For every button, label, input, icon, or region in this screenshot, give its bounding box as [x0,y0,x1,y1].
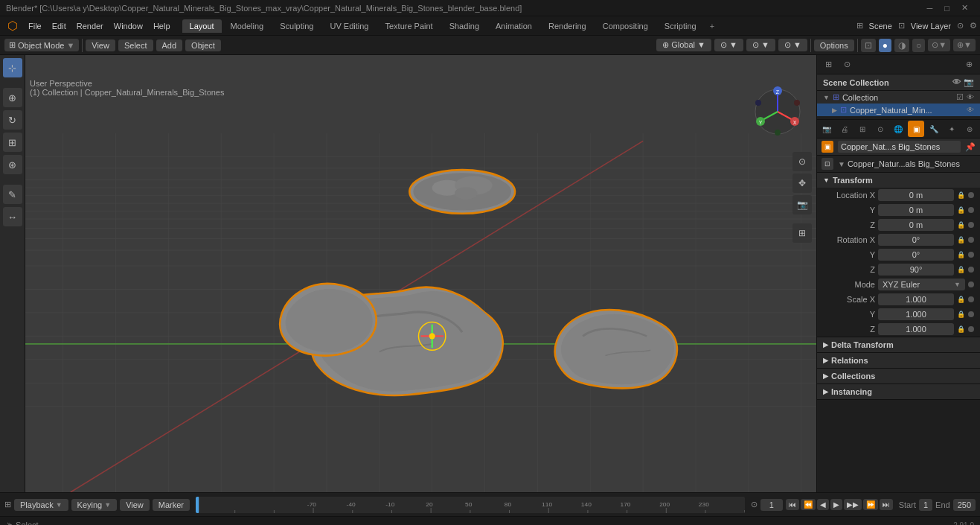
start-value[interactable]: 1 [919,499,932,511]
mode-selector[interactable]: ⊞ Object Mode ▼ [4,39,79,51]
window-minimize[interactable]: ─ [921,4,939,13]
tab-modeling[interactable]: Modeling [223,19,272,33]
scene-name[interactable]: Scene [869,22,892,31]
tab-scripting[interactable]: Scripting [657,19,704,33]
scale-z-dot[interactable] [968,326,974,332]
rotation-y-dot[interactable] [968,252,974,258]
data-dropdown-icon[interactable]: ▼ [838,160,845,168]
props-particles-icon[interactable]: ✦ [944,121,960,137]
jump-end-btn[interactable]: ⏭ [880,499,893,510]
props-render-icon[interactable]: 📷 [819,121,835,137]
blender-logo[interactable]: ⬡ [3,19,22,33]
tool-scale[interactable]: ⊞ [3,133,22,152]
window-maximize[interactable]: □ [938,4,955,13]
sc-render-icon[interactable]: 📷 [964,77,974,87]
props-modifier-icon[interactable]: 🔧 [926,121,942,137]
current-frame-icon[interactable]: ⊙ [751,500,758,509]
relations-header[interactable]: ▶ Relations [817,353,980,368]
props-object-icon[interactable]: ▣ [908,121,924,137]
props-world-icon[interactable]: 🌐 [890,121,906,137]
tab-add[interactable]: + [705,19,719,33]
tool-annotate[interactable]: ✎ [3,185,22,204]
scale-y-value[interactable]: 1.000 [878,308,954,320]
header-view-btn[interactable]: View [86,39,115,51]
props-scene-icon[interactable]: ⊙ [872,121,888,137]
outliner-filter-icon[interactable]: ⊙ [839,57,855,73]
menu-help[interactable]: Help [149,20,175,32]
transform-global-btn[interactable]: ⊕ Global ▼ [656,39,711,51]
filter-btn[interactable]: ⊙ ▼ [778,39,807,51]
navigation-gizmo[interactable]: Z X Y [748,82,807,141]
grid-btn[interactable]: ⊞ [792,223,812,243]
proportional-btn[interactable]: ⊙ ▼ [746,39,775,51]
tool-move[interactable]: ⊕ [3,88,22,107]
location-z-value[interactable]: 0 m [878,219,954,231]
end-value[interactable]: 250 [953,499,976,511]
shading-wireframe[interactable]: ⊡ [861,39,876,52]
menu-file[interactable]: File [24,20,46,32]
location-x-value[interactable]: 0 m [878,189,954,201]
tab-animation[interactable]: Animation [488,19,539,33]
mode-dot[interactable] [968,281,974,287]
menu-render[interactable]: Render [72,20,108,32]
scale-x-dot[interactable] [968,296,974,302]
tab-compositing[interactable]: Compositing [595,19,656,33]
transform-header[interactable]: ▼ Transform [817,173,980,188]
location-x-lock[interactable]: 🔒 [957,191,965,199]
tab-layout[interactable]: Layout [182,19,222,33]
header-object-btn[interactable]: Object [185,39,221,51]
shading-material[interactable]: ◑ [894,39,909,52]
collection-item-copper[interactable]: ▶ ⊡ Copper_Natural_Min... 👁 [817,104,980,116]
scale-x-value[interactable]: 1.000 [878,293,954,305]
location-x-dot[interactable] [968,192,974,198]
rotation-x-lock[interactable]: 🔒 [957,236,965,244]
marker-btn[interactable]: Marker [153,499,190,511]
tab-sculpting[interactable]: Sculpting [272,19,321,33]
sc-visibility-icon[interactable]: 👁 [952,77,961,87]
overlay-btn[interactable]: ⊙▼ [928,39,950,51]
view-btn[interactable]: View [120,499,150,511]
snap-btn[interactable]: ⊙ ▼ [714,39,743,51]
settings-icon[interactable]: ⚙ [970,21,977,31]
playback-btn[interactable]: Playback ▼ [14,499,68,511]
pan-btn[interactable]: ✥ [792,174,812,193]
location-y-lock[interactable]: 🔒 [957,206,965,214]
scale-y-lock[interactable]: 🔒 [957,311,965,318]
collection-check[interactable]: ☑ [956,92,964,102]
tab-rendering[interactable]: Rendering [541,19,594,33]
zoom-to-fit-btn[interactable]: ⊙ [792,152,812,171]
tool-cursor[interactable]: ⊹ [3,58,22,77]
current-frame[interactable]: 1 [760,499,783,511]
location-y-value[interactable]: 0 m [878,204,954,216]
shading-solid[interactable]: ● [879,39,891,52]
rotation-z-value[interactable]: 90° [878,264,954,276]
rotation-z-dot[interactable] [968,267,974,273]
instancing-header[interactable]: ▶ Instancing [817,384,980,399]
object-name-field[interactable]: Copper_Nat...s Big_Stones [838,141,961,153]
props-physics-icon[interactable]: ⊛ [961,121,978,137]
tool-transform[interactable]: ⊛ [3,155,22,174]
view-layer-name[interactable]: View Layer [911,22,951,31]
menu-window[interactable]: Window [109,20,147,32]
location-z-lock[interactable]: 🔒 [957,221,965,229]
xray-btn[interactable]: ⊕▼ [953,39,976,51]
collection-item-root[interactable]: ▼ ⊞ Collection ☑ 👁 [817,91,980,104]
keying-btn[interactable]: Keying ▼ [71,499,118,511]
tool-measure[interactable]: ↔ [3,207,22,226]
scale-z-lock[interactable]: 🔒 [957,325,965,333]
tab-uv-editing[interactable]: UV Editing [322,19,376,33]
prev-keyframe-btn[interactable]: ⏪ [801,499,816,510]
rotation-y-value[interactable]: 0° [878,249,954,261]
rotation-x-value[interactable]: 0° [878,234,954,246]
outliner-display-icon[interactable]: ⊞ [820,57,836,73]
rotation-z-lock[interactable]: 🔒 [957,266,965,273]
props-output-icon[interactable]: 🖨 [836,121,853,137]
props-view-layer-icon[interactable]: ⊞ [854,121,871,137]
tool-rotate[interactable]: ↻ [3,110,22,130]
next-keyframe-btn[interactable]: ⏩ [863,499,878,510]
pin-icon[interactable]: 📌 [965,142,976,152]
render-icon[interactable]: ⊙ [957,21,964,31]
copper-eye[interactable]: 👁 [967,106,974,114]
timeline-ruler[interactable]: -70 -40 -10 20 50 80 110 140 170 200 230 [196,497,745,513]
collections-header[interactable]: ▶ Collections [817,369,980,384]
